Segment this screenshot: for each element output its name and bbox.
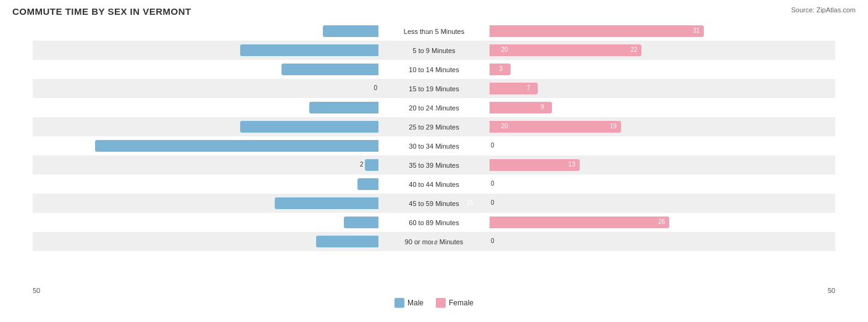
axis-left: 50: [33, 287, 40, 294]
row-label: Less than 5 Minutes: [378, 22, 490, 41]
axis-labels: 50 50: [33, 287, 835, 294]
source-text: Source: ZipAtlas.com: [791, 6, 856, 14]
female-value: 31: [693, 27, 699, 34]
bar-row: 30 to 34 Minutes410: [33, 136, 835, 155]
female-value: 0: [491, 180, 495, 187]
female-value: 13: [569, 161, 575, 168]
axis-right: 50: [828, 287, 835, 294]
male-value: 41: [646, 142, 653, 149]
female-bar: [490, 44, 641, 56]
female-value: 0: [491, 237, 495, 244]
row-label: 35 to 39 Minutes: [378, 155, 490, 175]
male-bar: [240, 121, 378, 133]
bar-row: 25 to 29 Minutes2019: [33, 117, 835, 136]
bar-row: 45 to 59 Minutes150: [33, 194, 835, 213]
female-value: 19: [610, 123, 617, 130]
bar-row: 5 to 9 Minutes2022: [33, 41, 835, 60]
female-value: 22: [630, 46, 637, 53]
bar-row: 60 to 89 Minutes526: [33, 213, 835, 232]
male-value: 14: [460, 65, 467, 72]
row-label: 5 to 9 Minutes: [378, 41, 490, 60]
male-bar: [309, 102, 378, 114]
female-value: 7: [527, 85, 530, 91]
male-value: 10: [432, 104, 439, 110]
row-label: 15 to 19 Minutes: [378, 79, 490, 98]
bar-row: 10 to 14 Minutes143: [33, 60, 835, 79]
male-bar: [95, 140, 378, 152]
legend: Male Female: [12, 298, 856, 308]
bar-row: 35 to 39 Minutes213: [33, 155, 835, 175]
female-value: 0: [491, 142, 495, 149]
legend-male-box: [394, 298, 404, 308]
male-bar: [357, 178, 378, 190]
female-value: 26: [658, 218, 665, 225]
legend-female: Female: [436, 298, 474, 308]
row-label: 60 to 89 Minutes: [378, 213, 490, 232]
bar-row: 90 or more Minutes90: [33, 232, 835, 251]
chart-title: COMMUTE TIME BY SEX IN VERMONT: [12, 6, 856, 17]
male-value: 9: [432, 237, 436, 244]
legend-male-label: Male: [407, 299, 424, 307]
bar-row: Less than 5 Minutes831: [33, 22, 835, 41]
row-label: 10 to 14 Minutes: [378, 60, 490, 79]
female-bar: [490, 159, 580, 171]
male-value: 20: [501, 123, 508, 130]
female-value: 3: [499, 65, 503, 72]
male-bar: [282, 64, 378, 75]
male-value: 15: [467, 199, 474, 206]
bar-row: 20 to 24 Minutes109: [33, 98, 835, 117]
male-bar: [344, 217, 378, 228]
male-bar: [323, 25, 378, 37]
female-bar: [490, 217, 669, 228]
chart-container: COMMUTE TIME BY SEX IN VERMONT Source: Z…: [0, 0, 868, 322]
male-value: 0: [373, 85, 377, 91]
male-value: 3: [390, 180, 394, 187]
male-value: 2: [360, 161, 364, 168]
male-bar: [316, 236, 378, 247]
female-bar: [490, 121, 621, 133]
female-bar: [490, 83, 538, 94]
chart-inner: Less than 5 Minutes8315 to 9 Minutes2022…: [12, 22, 856, 287]
row-label: 25 to 29 Minutes: [378, 117, 490, 136]
row-label: 30 to 34 Minutes: [378, 136, 490, 155]
male-bar: [365, 159, 378, 171]
male-bar: [240, 44, 378, 56]
legend-female-label: Female: [449, 299, 474, 307]
bar-row: 40 to 44 Minutes30: [33, 175, 835, 194]
male-value: 5: [404, 218, 408, 225]
male-value: 20: [501, 46, 508, 53]
female-bar: [490, 25, 704, 37]
female-value: 0: [491, 199, 495, 206]
bar-row: 15 to 19 Minutes07: [33, 79, 835, 98]
row-label: 40 to 44 Minutes: [378, 175, 490, 194]
male-value: 8: [425, 27, 428, 34]
female-value: 9: [541, 104, 545, 110]
male-bar: [275, 197, 378, 209]
legend-female-box: [436, 298, 446, 308]
legend-male: Male: [394, 298, 424, 308]
